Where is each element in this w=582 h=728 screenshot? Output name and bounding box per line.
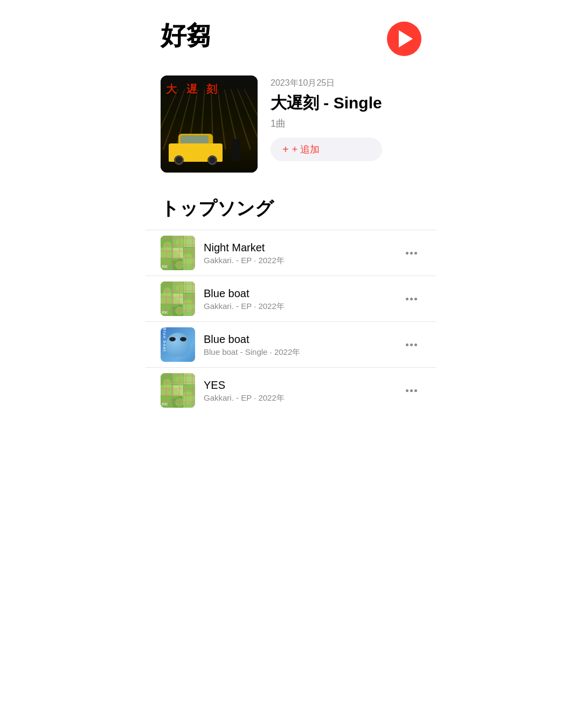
album-tracks: 1曲: [271, 117, 382, 130]
table-row: RK Night Market Gakkari. - EP · 2022年: [146, 230, 436, 276]
plus-icon: +: [282, 143, 289, 156]
header: 好芻: [146, 0, 436, 67]
add-button[interactable]: + + 追加: [271, 138, 382, 161]
dot-icon: [414, 389, 417, 392]
album-date: 2023年10月25日: [271, 78, 382, 89]
add-button-label: + 追加: [292, 143, 320, 156]
dot-icon: [410, 389, 413, 392]
more-button[interactable]: [401, 250, 421, 257]
song-name: Night Market: [204, 241, 393, 255]
more-button[interactable]: [401, 387, 421, 394]
song-thumbnail[interactable]: RK: [161, 236, 195, 270]
dot-icon: [406, 389, 408, 392]
dot-icon: [414, 252, 417, 255]
dot-icon: [406, 298, 408, 300]
dot-icon: [406, 252, 408, 255]
dot-icon: [414, 344, 417, 346]
watermark: RK: [162, 264, 168, 269]
song-thumbnail[interactable]: RK: [161, 281, 195, 316]
song-name: Blue boat: [204, 332, 393, 346]
song-list: RK Night Market Gakkari. - EP · 2022年: [146, 230, 436, 413]
more-button[interactable]: [401, 341, 421, 348]
album-art[interactable]: 大 遅 刻: [161, 75, 258, 173]
album-section: 大 遅 刻 2023年10月25日 大遅刻 - Single 1曲 + + 追加: [146, 67, 436, 192]
album-info: 2023年10月25日 大遅刻 - Single 1曲 + + 追加: [271, 75, 382, 161]
blueboat-creature-art: [166, 333, 190, 356]
watermark: RK: [162, 310, 168, 315]
song-meta: Gakkari. - EP · 2022年: [204, 393, 393, 403]
song-name: YES: [204, 378, 393, 392]
dot-icon: [414, 298, 417, 300]
song-info: YES Gakkari. - EP · 2022年: [204, 378, 393, 403]
top-songs-heading: トップソング: [146, 192, 436, 230]
song-info: Blue boat Blue boat - Single · 2022年: [204, 332, 393, 358]
dot-icon: [406, 344, 408, 346]
album-title: 大遅刻 - Single: [271, 93, 382, 113]
dot-icon: [410, 298, 413, 300]
play-icon: [399, 30, 413, 47]
song-meta: Gakkari. - EP · 2022年: [204, 256, 393, 266]
table-row: Blue boat Blue boat Blue boat - Single ·…: [146, 321, 436, 367]
dot-icon: [410, 252, 413, 255]
table-row: RK YES Gakkari. - EP · 2022年: [146, 367, 436, 413]
song-name: Blue boat: [204, 286, 393, 300]
play-button[interactable]: [387, 22, 421, 56]
table-row: RK Blue boat Gakkari. - EP · 2022年: [146, 276, 436, 321]
artist-name: 好芻: [161, 22, 212, 50]
song-meta: Gakkari. - EP · 2022年: [204, 301, 393, 312]
watermark: RK: [162, 402, 168, 407]
song-info: Night Market Gakkari. - EP · 2022年: [204, 241, 393, 266]
blueboat-cover-text: Blue boat: [162, 327, 167, 362]
song-info: Blue boat Gakkari. - EP · 2022年: [204, 286, 393, 312]
album-cover-kanji: 大 遅 刻: [166, 82, 220, 97]
song-meta: Blue boat - Single · 2022年: [204, 347, 393, 358]
song-thumbnail[interactable]: RK: [161, 373, 195, 408]
more-button[interactable]: [401, 296, 421, 303]
dot-icon: [410, 344, 413, 346]
song-thumbnail[interactable]: Blue boat: [161, 327, 195, 362]
